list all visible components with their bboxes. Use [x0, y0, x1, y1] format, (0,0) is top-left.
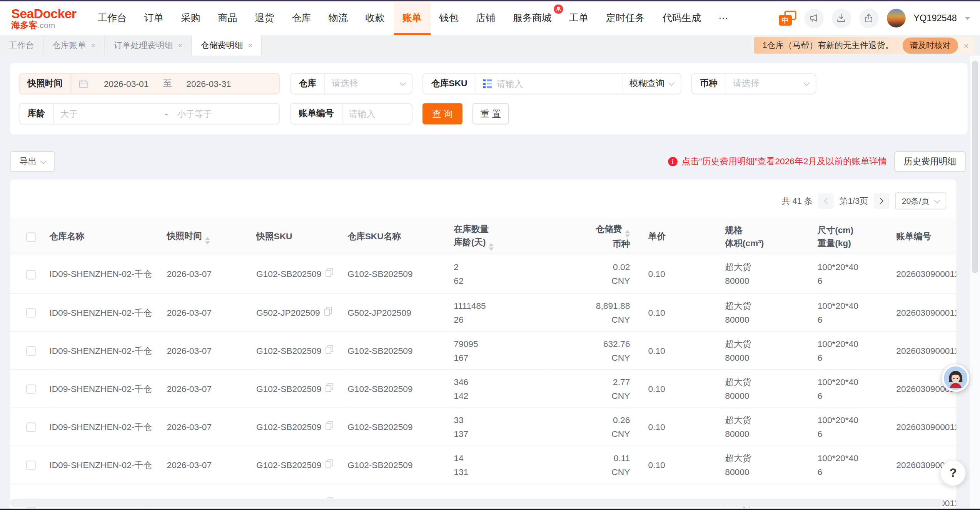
sort-icon[interactable]	[625, 230, 630, 238]
cell-bill-no: 2026030900011	[896, 331, 956, 369]
fuzzy-query-select[interactable]: 模糊查询	[622, 74, 681, 94]
copy-icon[interactable]	[326, 270, 333, 278]
currency-select[interactable]: 请选择	[726, 78, 816, 89]
chevron-down-icon	[934, 197, 940, 203]
stock-age-max-input[interactable]	[170, 109, 279, 119]
cell-checkbox	[10, 369, 49, 407]
nav-item-workbench[interactable]: 工作台	[89, 1, 135, 35]
query-button[interactable]: 查 询	[422, 103, 462, 124]
nav-item-more[interactable]: ···	[710, 1, 737, 35]
cell-warehouse: ID09-SHENZHEN-02-千仓	[49, 369, 167, 407]
horizontal-scrollbar-thumb[interactable]	[10, 499, 944, 507]
cell-checkbox	[10, 408, 49, 446]
close-icon[interactable]: ×	[91, 41, 95, 49]
reset-button[interactable]: 重 置	[472, 103, 509, 124]
cell-warehouse: ID09-SHENZHEN-02-千仓	[49, 293, 167, 331]
close-icon[interactable]: ×	[178, 41, 182, 49]
cell-warehouse: ID09-SHENZHEN-02-千仓	[49, 446, 167, 484]
nav-item-purchase[interactable]: 采购	[172, 1, 209, 35]
nav-item-returns[interactable]: 退货	[246, 1, 283, 35]
nav-item-work-order[interactable]: 工单	[560, 1, 597, 35]
copy-icon[interactable]	[326, 460, 333, 468]
close-icon[interactable]: ×	[248, 41, 252, 49]
tab-order-fee-detail[interactable]: 订单处理费明细×	[105, 35, 192, 56]
sort-icon[interactable]	[489, 243, 494, 251]
user-avatar[interactable]	[887, 9, 905, 28]
announcement-button[interactable]	[804, 8, 823, 28]
download-button[interactable]	[831, 8, 851, 28]
close-icon[interactable]: ×	[963, 40, 968, 50]
nav-item-orders[interactable]: 订单	[135, 1, 172, 35]
brand-logo[interactable]: SeaDocker 海多客.com	[0, 1, 89, 35]
export-button[interactable]: 导出	[10, 151, 55, 172]
bill-no-input[interactable]	[342, 109, 412, 119]
row-checkbox[interactable]	[26, 308, 35, 318]
warehouse-label: 仓库	[290, 78, 324, 89]
user-menu-caret-icon[interactable]	[965, 17, 970, 20]
copy-icon[interactable]	[326, 384, 333, 392]
copy-icon[interactable]	[326, 422, 333, 430]
share-button[interactable]	[859, 8, 878, 28]
nav-item-shops[interactable]: 店铺	[467, 1, 504, 35]
cell-spec-volume: 超大货80000	[725, 293, 817, 331]
cell-snapshot-time: 2026-03-07	[167, 331, 256, 369]
help-button[interactable]: ?	[941, 461, 966, 486]
cell-snapshot-time: 2026-03-07	[167, 293, 256, 331]
stock-age-min-input[interactable]	[53, 109, 162, 119]
cell-warehouse: ID09-SHENZHEN-02-千仓	[49, 255, 167, 293]
start-date-value[interactable]: 2026-03-01	[89, 79, 163, 89]
cell-qty-age: 346142	[454, 369, 548, 407]
tab-workbench[interactable]: 工作台	[0, 35, 43, 56]
copy-icon[interactable]	[324, 308, 332, 316]
nav-item-logistics[interactable]: 物流	[320, 1, 357, 35]
nav-item-collection[interactable]: 收款	[357, 1, 394, 35]
history-fee-detail-button[interactable]: 历史费用明细	[894, 151, 965, 172]
col-qty-age: 在库数量库龄(天)	[454, 218, 548, 255]
nav-item-bills[interactable]: 账单	[394, 1, 431, 35]
cell-qty-age: 14131	[454, 446, 548, 484]
tab-warehouse-bill[interactable]: 仓库账单×	[43, 35, 105, 56]
cell-size-weight: 100*20*406	[818, 446, 897, 484]
cell-bill-no: 2026030900011	[896, 255, 956, 293]
nav-item-code-gen[interactable]: 代码生成	[653, 1, 710, 35]
table-row: ID09-SHENZHEN-02-千仓 2026-03-07 G102-SB20…	[10, 255, 956, 293]
page-size-select[interactable]: 20条/页	[895, 193, 946, 210]
snapshot-time-label: 快照时间	[19, 78, 70, 89]
warehouse-sku-input[interactable]	[497, 79, 615, 89]
cell-spec-volume: 超大货80000	[725, 446, 817, 484]
copy-icon[interactable]	[326, 346, 333, 354]
snapshot-time-filter[interactable]: 快照时间 2026-03-01 至 2026-03-31	[19, 73, 280, 94]
row-checkbox[interactable]	[26, 270, 35, 279]
sort-icon[interactable]	[205, 237, 210, 244]
select-all-checkbox[interactable]	[26, 232, 35, 242]
assistant-avatar-widget[interactable]	[942, 364, 969, 392]
row-checkbox[interactable]	[26, 423, 35, 432]
cell-snapshot-sku: G102-SB202509	[256, 255, 347, 293]
end-date-value[interactable]: 2026-03-31	[172, 79, 246, 89]
nav-item-products[interactable]: 商品	[209, 1, 246, 35]
next-page-button[interactable]	[874, 193, 890, 209]
cell-fee-currency: 632.76CNY	[548, 331, 630, 369]
vertical-scrollbar-thumb[interactable]	[972, 61, 978, 273]
col-sku-name: 仓库SKU名称	[347, 218, 454, 255]
nav-item-scheduled-tasks[interactable]: 定时任务	[597, 1, 653, 35]
language-front-layer: 中	[778, 15, 791, 26]
verify-now-button[interactable]: 请及时核对	[902, 37, 958, 53]
tab-storage-fee-detail[interactable]: 仓储费明细×	[192, 35, 262, 56]
nav-item-wallet[interactable]: 钱包	[430, 1, 467, 35]
nav-item-service-mall[interactable]: 服务商城	[504, 1, 560, 35]
row-checkbox[interactable]	[26, 385, 35, 394]
assistant-avatar-image	[944, 366, 968, 390]
cell-unit-price: 0.10	[630, 408, 725, 446]
batch-input-icon[interactable]	[483, 79, 492, 88]
chevron-left-icon	[824, 198, 830, 204]
language-switch-icon[interactable]: 中	[778, 11, 796, 26]
currency-filter: 币种 请选择	[691, 73, 816, 94]
warehouse-select[interactable]: 请选择	[325, 78, 412, 89]
row-checkbox[interactable]	[26, 461, 35, 470]
col-bill-no: 账单编号	[896, 218, 956, 255]
nav-item-warehouse[interactable]: 仓库	[283, 1, 320, 35]
table-row: ID09-SHENZHEN-02-千仓 2026-03-07 G102-SB20…	[10, 446, 956, 484]
prev-page-button[interactable]	[818, 193, 834, 209]
row-checkbox[interactable]	[26, 347, 35, 356]
